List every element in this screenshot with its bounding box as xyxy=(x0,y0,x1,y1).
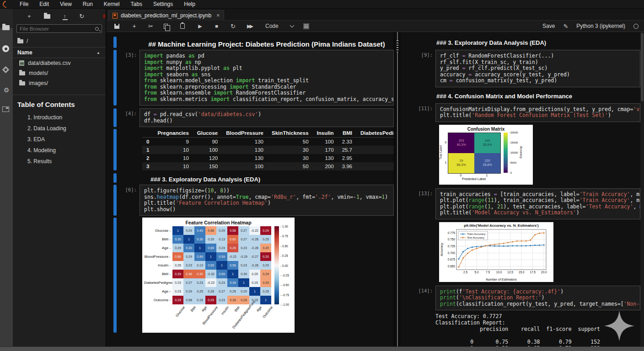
code-cell-14[interactable]: [14]: print(f'Test Accuracy: {accuracy:.… xyxy=(401,286,640,311)
toc-item[interactable]: 4. Modeling xyxy=(17,145,101,156)
cell-collapser[interactable] xyxy=(113,108,117,127)
add-cell-icon[interactable]: + xyxy=(131,22,138,30)
kernel-name[interactable]: Python 3 (ipykernel) xyxy=(576,23,625,29)
running-sessions-icon[interactable] xyxy=(2,45,11,53)
toc-item[interactable]: 3. EDA xyxy=(17,134,101,145)
cell-collapser[interactable] xyxy=(113,50,117,106)
run-all-icon[interactable]: ▶▶ xyxy=(246,23,253,29)
code-editor[interactable]: rf_clf = RandomForestClassifier(...)rf_s… xyxy=(435,50,640,87)
upload-icon[interactable]: ↑ xyxy=(62,13,68,20)
code-editor[interactable]: import pandas as pdimport nunpy as npimp… xyxy=(140,50,394,106)
menu-item-settings[interactable]: Settings xyxy=(153,1,173,7)
toc-item[interactable]: 5. Results xyxy=(17,156,101,167)
cm-colorbar-label: Accuracy xyxy=(520,133,523,173)
cell-collapser[interactable] xyxy=(113,218,117,333)
heatmap-cell: 0.36 xyxy=(183,270,194,278)
cell-type-dropdown[interactable]: Code xyxy=(265,23,294,29)
toc-title: Table of Contents xyxy=(17,101,101,108)
divider-grip-icon[interactable] xyxy=(397,40,398,52)
heatmap-ylabel: BMI - xyxy=(144,270,172,278)
code-cell-9[interactable]: [9]: rf_clf = RandomForestClassifier(...… xyxy=(401,50,640,87)
tab-bar: diabetes_prediction_ml_project.ipynb × xyxy=(106,9,644,21)
file-item[interactable]: models/ xyxy=(13,68,106,78)
search-input[interactable] xyxy=(20,26,95,32)
heatmap-cell: 0.29 xyxy=(260,270,271,278)
activity-bar: ⚙ xyxy=(0,9,13,346)
markdown-cell-eda[interactable]: ### 3. Exploratory Data Analysis (EDA) xyxy=(108,173,394,183)
new-launcher-icon[interactable]: + xyxy=(27,13,32,20)
cell-collapser[interactable] xyxy=(113,129,117,170)
scrollbar[interactable] xyxy=(640,32,644,346)
toc-item[interactable]: 1. Introduction xyxy=(17,112,101,123)
stop-kernel-icon[interactable]: ■ xyxy=(213,23,220,29)
code-cell-3[interactable]: [3]: import pandas as pdimport nunpy as … xyxy=(108,50,394,106)
heatmap-cell: -0.23 xyxy=(205,278,216,287)
heatmap-cell: 0.20 xyxy=(260,252,271,261)
code-cell-11[interactable]: [11]: ConfusionMatrixDisplay.from_predic… xyxy=(401,103,640,122)
cell-collapser[interactable] xyxy=(113,173,117,183)
edit-pen-icon[interactable]: ✎ xyxy=(563,23,568,30)
notebook-tools-icon[interactable] xyxy=(2,106,11,114)
menu-item-help[interactable]: Help xyxy=(184,1,195,7)
extensions-icon[interactable]: ⚙ xyxy=(2,86,11,94)
jupyterlab-window: FileEditViewRunKernelTabsSettingsHelp ⚙ … xyxy=(0,0,644,351)
cut-cell-icon[interactable]: ✂ xyxy=(147,23,154,30)
code-editor[interactable]: train_accuracies = [train_accuracies, la… xyxy=(435,188,640,219)
panel-divider[interactable] xyxy=(395,32,401,346)
paste-cell-icon[interactable] xyxy=(180,23,187,29)
cell-prompt: [11]: xyxy=(410,103,435,122)
menu-item-edit[interactable]: Edit xyxy=(39,1,49,7)
code-cell-13[interactable]: [13]: train_accuracies = [train_accuraci… xyxy=(401,188,640,219)
restart-kernel-icon[interactable]: ↻ xyxy=(230,23,236,30)
heatmap-cell: 0.29 xyxy=(172,244,183,252)
output-accuracy-plot: plt.title('Model Accuracy vs. N_Estimato… xyxy=(401,222,640,282)
markdown-cell-icon[interactable] xyxy=(303,23,310,29)
new-folder-icon[interactable] xyxy=(44,14,50,19)
code-editor[interactable]: ConfusionMatrixDisplay.from_predictions(… xyxy=(435,103,640,122)
code-cell-6[interactable]: [6]: plt.figure(figsize=(10, 8))sns.heat… xyxy=(108,185,394,216)
menu-item-view[interactable]: View xyxy=(60,1,72,7)
code-editor[interactable]: print(f'Test Accuracy: {accuracy:.4f}')p… xyxy=(435,286,640,311)
menu-item-kernel[interactable]: Kernel xyxy=(104,1,120,7)
breadcrumb[interactable]: / xyxy=(13,37,106,47)
code-editor[interactable]: df = pd.read_csv('data/diabetes.csv')df.… xyxy=(140,108,394,127)
ai-sparkle-icon[interactable] xyxy=(603,310,636,342)
cm-xlabel: Predicted Label xyxy=(448,177,500,181)
markdown-cell-title[interactable]: ## Machine Learning Project: Diabetes Pr… xyxy=(108,37,394,48)
breadcrumb-root[interactable]: / xyxy=(27,38,28,44)
code-editor[interactable]: plt.figure(figsize=(10, 8))sns.heatmap(d… xyxy=(140,185,394,216)
toc-item[interactable]: 2. Data Loading xyxy=(17,123,101,134)
save-status-label[interactable]: Save xyxy=(542,23,555,29)
menu-item-file[interactable]: File xyxy=(20,1,28,7)
notebook-tab[interactable]: diabetes_prediction_ml_project.ipynb × xyxy=(108,10,224,21)
file-browser-icon[interactable] xyxy=(2,25,11,32)
file-list: data/diabetes.csvmodels/images/ xyxy=(13,58,106,88)
svg-text:0.725: 0.725 xyxy=(448,244,456,247)
sort-arrow-icon[interactable]: ▲ xyxy=(97,51,100,55)
file-list-header[interactable]: Name ▲ xyxy=(13,47,106,58)
heatmap-cell: 1 xyxy=(249,287,260,296)
heatmap-cell: 1 xyxy=(172,226,183,235)
menu-item-tabs[interactable]: Tabs xyxy=(131,1,142,7)
save-icon[interactable] xyxy=(114,24,121,29)
file-browser-search[interactable] xyxy=(16,24,102,33)
run-cell-icon[interactable]: ▶ xyxy=(197,23,204,29)
scrollbar-thumb[interactable] xyxy=(641,33,644,101)
menu-item-run[interactable]: Run xyxy=(83,1,93,7)
refresh-icon[interactable]: ↻ xyxy=(79,13,85,20)
cm-ylabel: True Label xyxy=(439,133,444,173)
heatmap-cell: 0.15 xyxy=(194,296,205,304)
markdown-cell-cm[interactable]: ### 4. Confusion Matrix and Model Perfor… xyxy=(401,90,640,100)
cm-heading: ### 4. Confusion Matrix and Model Perfor… xyxy=(435,90,640,100)
tab-close-icon[interactable]: × xyxy=(216,12,220,19)
cell-collapser[interactable] xyxy=(113,185,117,216)
heatmap-cell: 1 xyxy=(260,296,271,304)
code-cell-4[interactable]: [4]: df = pd.read_csv('data/diabetes.csv… xyxy=(108,108,394,127)
cell-collapser[interactable] xyxy=(113,37,117,48)
file-item[interactable]: data/diabetes.csv xyxy=(13,58,106,68)
markdown-cell-eda-right[interactable]: ### 3. Exploratory Data Analysis (EDA) xyxy=(401,37,640,46)
heatmap-ylabel: Age - xyxy=(144,244,172,252)
file-item[interactable]: images/ xyxy=(13,78,106,88)
copy-cell-icon[interactable] xyxy=(164,24,171,29)
property-inspector-icon[interactable] xyxy=(2,66,11,74)
